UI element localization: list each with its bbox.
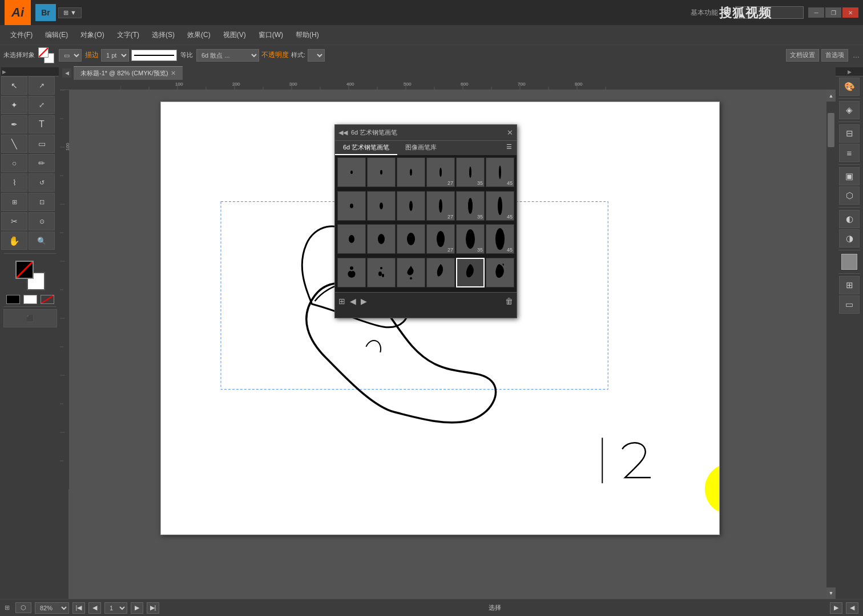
status-nav-left[interactable]: ◀ [846,602,858,614]
brush-cell-14[interactable] [367,224,396,254]
canvas-options-button[interactable]: ⬡ [15,602,31,613]
zoom-select[interactable]: 82% [35,602,69,614]
menu-window[interactable]: 窗口(W) [253,28,289,42]
brush-cell-17[interactable]: 35 [456,224,485,254]
pathfinder-icon[interactable]: ▣ [839,167,860,185]
panel-collapse-left[interactable]: ◀ [62,68,71,78]
canvas-container[interactable]: 100 [60,90,836,599]
menu-select[interactable]: 选择(S) [146,28,180,42]
gradient-icon[interactable]: ◐ [839,210,860,228]
hand-tool[interactable]: ✋ [1,232,27,250]
artboards-icon[interactable]: ▭ [839,295,860,314]
brush-cell-12[interactable]: 45 [486,191,514,221]
panel-menu-button[interactable]: ☰ [502,141,517,155]
prev-btn[interactable]: ◀ [350,297,356,306]
foreground-color[interactable] [15,261,34,279]
fill-stroke-indicator[interactable] [38,47,54,63]
brush-cell-2[interactable] [367,157,396,187]
brush-cell-18[interactable]: 45 [486,224,514,254]
scrollbar-vertical[interactable]: ▲ ▼ [826,90,836,599]
tab-close-button[interactable]: ✕ [171,70,176,77]
trash-icon[interactable]: 🗑 [505,297,513,306]
next-btn[interactable]: ▶ [361,297,367,306]
brush-cell-11[interactable]: 35 [456,191,485,221]
brush-cell-15[interactable] [397,224,425,254]
minimize-button[interactable]: ─ [808,7,824,18]
magic-wand-tool[interactable]: ✦ [1,96,27,114]
stroke-width-select[interactable]: 1 pt [101,49,129,62]
first-page-button[interactable]: 首选项 [821,49,848,62]
bridge-logo[interactable]: Br [35,4,56,21]
transform-tool[interactable]: ⊞ [1,193,27,211]
menu-object[interactable]: 对象(O) [75,28,110,42]
document-tab[interactable]: 未标题-1* @ 82% (CMYK/预览) ✕ [74,66,183,80]
brush-cell-3[interactable] [397,157,425,187]
color-guide-icon[interactable]: ◈ [839,101,860,119]
doc-settings-button[interactable]: 文档设置 [786,49,819,62]
menu-edit[interactable]: 编辑(E) [39,28,74,42]
rect-tool[interactable]: ▭ [29,135,55,153]
library-icon[interactable]: ⊞ [338,297,345,306]
status-nav-right[interactable]: ▶ [830,602,842,614]
align-icon[interactable]: ≡ [839,144,860,162]
panel-close-button[interactable]: ✕ [507,128,513,137]
brush-cell-16[interactable]: 27 [426,224,455,254]
layers-icon[interactable]: ⊞ [839,276,860,294]
type-tool[interactable]: T [29,115,55,133]
menu-type[interactable]: 文字(T) [111,28,145,42]
menu-file[interactable]: 文件(F) [5,28,38,42]
page-select[interactable]: 1 [104,602,127,614]
brush-cell-13[interactable] [337,224,366,254]
none-swatch[interactable] [41,295,54,304]
eraser-tool[interactable]: ⌇ [1,173,27,192]
stroke-panel-icon[interactable]: ⬡ [839,187,860,205]
ellipse-tool[interactable]: ○ [1,154,27,172]
brush-cell-24[interactable] [486,258,514,287]
style-select[interactable] [308,49,325,62]
zoom-tool[interactable]: 🔍 [29,232,55,250]
transform-icon[interactable]: ⊟ [839,124,860,143]
pencil-tool[interactable]: ✏ [29,154,55,172]
brush-cell-6[interactable]: 45 [486,157,514,187]
direct-select-tool[interactable]: ↗ [29,76,55,95]
lasso-tool[interactable]: ⤢ [29,96,55,114]
brush-cell-5[interactable]: 35 [456,157,485,187]
black-swatch[interactable] [6,295,20,304]
next-page-nav[interactable]: ▶ [131,602,143,614]
menu-view[interactable]: 视图(V) [217,28,252,42]
document-view[interactable]: ◀◀ 6d 艺术钢笔画笔 ✕ 6d 艺术钢笔画笔 图像画笔库 ☰ [69,90,826,599]
last-page-nav[interactable]: ▶| [147,602,159,614]
brush-cell-10[interactable]: 27 [426,191,455,221]
brush-cell-8[interactable] [367,191,396,221]
rotate-tool[interactable]: ↺ [29,173,55,192]
close-button[interactable]: ✕ [842,7,858,18]
pen-tool[interactable]: ✒ [1,115,27,133]
brush-cell-19[interactable] [337,258,366,287]
menu-effect[interactable]: 效果(C) [182,28,216,42]
scissors-tool[interactable]: ✂ [1,212,27,230]
brush-cell-1[interactable] [337,157,366,187]
brush-cell-9[interactable] [397,191,425,221]
select-tool[interactable]: ↖ [1,76,27,95]
brush-cell-21[interactable] [397,258,425,287]
panel-tab-brushes[interactable]: 6d 艺术钢笔画笔 [335,141,397,155]
first-page-nav[interactable]: |◀ [72,602,85,614]
prev-page-nav[interactable]: ◀ [88,602,101,614]
stroke-dropdown[interactable]: ▭ [59,49,82,62]
panel-collapse-btn[interactable]: ◀◀ [338,129,348,136]
graph-tool[interactable]: ⊡ [29,193,55,211]
white-swatch[interactable] [23,295,37,304]
brush-cell-20[interactable] [367,258,396,287]
brush-cell-22[interactable] [426,258,455,287]
brush-cell-7[interactable] [337,191,366,221]
color-swatches[interactable] [15,261,45,290]
menu-help[interactable]: 帮助(H) [290,28,325,42]
scrollbar-thumb[interactable] [828,113,834,147]
brush-select[interactable]: 6d 散点 ... [196,49,259,62]
brush-cell-4[interactable]: 27 [426,157,455,187]
panel-tab-library[interactable]: 图像画笔库 [397,141,445,155]
line-tool[interactable]: ╲ [1,135,27,153]
appearance-icon[interactable]: ◑ [839,229,860,248]
restore-button[interactable]: ❐ [825,7,841,18]
button-group-tool[interactable]: ⬛ [3,309,57,327]
